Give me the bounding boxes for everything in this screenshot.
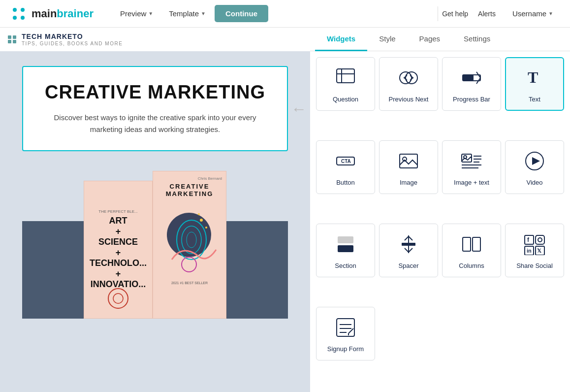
book-right-art (157, 200, 221, 279)
logo[interactable]: mainbrainer (10, 5, 94, 23)
share-social-icon: f in 𝕏 (524, 233, 545, 257)
image-text-label: Image + text (454, 179, 489, 186)
signup-form-icon (335, 317, 356, 340)
widget-grid: Question Previous Next (310, 51, 570, 392)
widget-spacer[interactable]: Spacer (379, 224, 438, 277)
svg-point-12 (205, 227, 207, 229)
drag-arrow-icon: ← (291, 99, 307, 118)
brand-bar: TECH MARKETO TIPS, GUIDES, BOOKS AND MOR… (0, 28, 310, 51)
brand-name: TECH MARKETO (22, 33, 123, 40)
username-menu[interactable]: Username ▼ (506, 5, 560, 22)
widget-previous-next[interactable]: Previous Next (379, 57, 438, 111)
canvas-panel: TECH MARKETO TIPS, GUIDES, BOOKS AND MOR… (0, 28, 310, 392)
section-label: Section (335, 262, 356, 269)
text-label: Text (529, 96, 540, 103)
svg-point-2 (13, 16, 17, 20)
book-left: THE PERFECT BLE... ART+SCIENCE+TECHNOLO.… (84, 181, 153, 319)
signup-form-label: Signup Form (327, 345, 364, 353)
question-label: Question (333, 96, 358, 103)
widget-columns[interactable]: Columns (442, 224, 501, 277)
widget-signup-form[interactable]: Signup Form (316, 307, 375, 360)
svg-point-1 (21, 8, 25, 12)
columns-icon (461, 233, 482, 257)
brand-grid-icon (8, 35, 17, 43)
nav-right: Get help Alerts Username ▼ (442, 5, 560, 22)
spacer-icon (398, 233, 419, 257)
canvas-description: Discover best ways to ignite the creativ… (43, 112, 267, 135)
svg-rect-35 (338, 236, 353, 243)
svg-line-53 (348, 328, 353, 333)
button-label: Button (336, 179, 355, 186)
book-right: Chris Bernard CREATIVEMARKETING (153, 171, 226, 319)
widget-button[interactable]: CTA Button (316, 140, 375, 194)
video-icon (524, 150, 545, 174)
progress-bar-icon (461, 67, 482, 91)
username-chevron-icon: ▼ (548, 11, 553, 16)
widget-share-social[interactable]: f in 𝕏 Share Social (505, 224, 564, 277)
preview-label: Preview (120, 9, 146, 18)
panel-tabs: Widgets Style Pages Settings (310, 28, 570, 51)
widget-text[interactable]: T Text (505, 57, 564, 111)
previous-next-label: Previous Next (389, 96, 429, 103)
canvas-headline: CREATIVE MARKETING (43, 82, 267, 103)
svg-marker-34 (532, 157, 540, 165)
widget-image-text[interactable]: Image + text (442, 140, 501, 194)
username-label: Username (512, 9, 546, 18)
widget-section[interactable]: Section (316, 224, 375, 277)
main-layout: TECH MARKETO TIPS, GUIDES, BOOKS AND MOR… (0, 28, 570, 392)
svg-rect-39 (463, 237, 471, 251)
video-label: Video (526, 179, 542, 186)
widget-image[interactable]: Image (379, 140, 438, 194)
svg-rect-14 (337, 69, 354, 83)
image-icon (398, 150, 419, 174)
preview-chevron-icon: ▼ (148, 11, 153, 16)
right-panel: Widgets Style Pages Settings Question (310, 28, 570, 392)
widget-progress-bar[interactable]: Progress Bar (442, 57, 501, 111)
columns-label: Columns (459, 262, 484, 269)
text-icon: T (524, 67, 545, 91)
selected-text-block[interactable]: CREATIVE MARKETING Discover best ways to… (22, 66, 288, 151)
brand-info: TECH MARKETO TIPS, GUIDES, BOOKS AND MOR… (22, 33, 123, 46)
tab-style[interactable]: Style (367, 28, 407, 51)
svg-point-44 (538, 238, 542, 242)
brand-sub: TIPS, GUIDES, BOOKS AND MORE (22, 41, 123, 46)
svg-rect-24 (400, 154, 417, 168)
svg-point-13 (198, 213, 200, 215)
share-social-label: Share Social (516, 262, 553, 269)
template-label: Template (169, 9, 199, 18)
widget-question[interactable]: Question (316, 57, 375, 111)
top-navigation: mainbrainer Preview ▼ Template ▼ Continu… (0, 0, 570, 28)
tab-settings[interactable]: Settings (452, 28, 502, 51)
nav-links: Preview ▼ Template ▼ Continue (113, 5, 434, 22)
svg-rect-38 (402, 243, 415, 246)
section-icon (335, 233, 356, 257)
book-right-author: Chris Bernard (157, 176, 222, 181)
question-icon (335, 67, 356, 91)
svg-rect-49 (337, 319, 354, 336)
continue-button[interactable]: Continue (215, 5, 268, 22)
get-help-link[interactable]: Get help (442, 10, 468, 18)
svg-text:𝕏: 𝕏 (537, 248, 541, 254)
logo-text: mainbrainer (32, 7, 94, 20)
book-left-tagline: THE PERFECT BLE... (98, 209, 137, 214)
book-left-art (103, 284, 133, 313)
svg-point-0 (13, 8, 17, 12)
book-wrapper: THE PERFECT BLE... ART+SCIENCE+TECHNOLO.… (84, 171, 226, 319)
tab-pages[interactable]: Pages (408, 28, 452, 51)
preview-menu[interactable]: Preview ▼ (113, 5, 160, 22)
book-right-title: CREATIVEMARKETING (157, 183, 222, 197)
svg-point-11 (200, 219, 203, 222)
svg-point-5 (113, 294, 123, 303)
svg-rect-41 (525, 235, 534, 244)
svg-text:T: T (528, 68, 538, 86)
tab-widgets[interactable]: Widgets (315, 28, 367, 51)
progress-bar-label: Progress Bar (453, 96, 490, 103)
svg-point-3 (21, 16, 25, 20)
alerts-link[interactable]: Alerts (478, 10, 496, 18)
button-icon: CTA (335, 150, 356, 174)
book-right-footer: 2021 #1 BEST SELLER (157, 281, 222, 285)
svg-point-4 (108, 289, 128, 308)
template-menu[interactable]: Template ▼ (162, 5, 213, 22)
nav-divider (438, 6, 438, 21)
widget-video[interactable]: Video (505, 140, 564, 194)
